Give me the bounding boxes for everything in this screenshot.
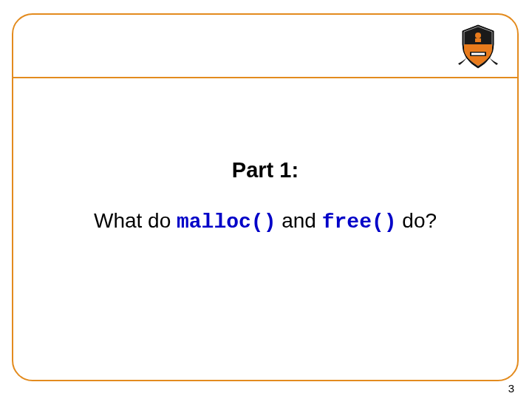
- slide-content: Part 1: What do malloc() and free() do?: [13, 78, 517, 233]
- question-line: What do malloc() and free() do?: [94, 209, 437, 233]
- code-free: free(): [322, 211, 397, 233]
- page-number: 3: [508, 382, 514, 395]
- question-mid: and: [276, 209, 321, 232]
- svg-point-2: [475, 33, 481, 38]
- svg-rect-1: [471, 53, 485, 55]
- princeton-crest-icon: [452, 22, 504, 74]
- slide-frame: Part 1: What do malloc() and free() do?: [12, 13, 519, 381]
- question-prefix: What do: [94, 209, 177, 232]
- slide-header: [13, 15, 517, 78]
- code-malloc: malloc(): [177, 211, 276, 233]
- question-suffix: do?: [397, 209, 437, 232]
- svg-rect-3: [475, 38, 481, 42]
- part-title: Part 1:: [13, 158, 517, 183]
